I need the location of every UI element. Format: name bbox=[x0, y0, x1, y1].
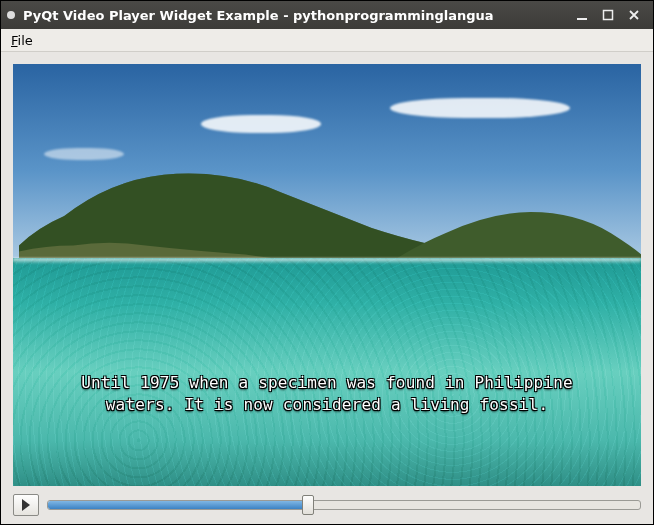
subtitle-text: Until 1975 when a specimen was found in … bbox=[81, 372, 573, 416]
svg-rect-0 bbox=[577, 18, 587, 20]
play-button[interactable] bbox=[13, 494, 39, 516]
video-frame: Until 1975 when a specimen was found in … bbox=[13, 64, 641, 486]
close-button[interactable] bbox=[621, 5, 647, 25]
slider-thumb[interactable] bbox=[302, 495, 314, 515]
window-title: PyQt Video Player Widget Example - pytho… bbox=[23, 8, 569, 23]
subtitle-line-1: Until 1975 when a specimen was found in … bbox=[81, 373, 573, 392]
scene-cloud bbox=[201, 115, 321, 133]
video-widget[interactable]: Until 1975 when a specimen was found in … bbox=[13, 64, 641, 486]
minimize-icon bbox=[576, 9, 588, 21]
menu-bar: File bbox=[1, 29, 653, 52]
menu-file[interactable]: File bbox=[5, 32, 39, 49]
maximize-button[interactable] bbox=[595, 5, 621, 25]
position-slider[interactable] bbox=[47, 495, 641, 515]
client-area: Until 1975 when a specimen was found in … bbox=[1, 52, 653, 524]
slider-track bbox=[47, 500, 641, 510]
play-icon bbox=[21, 499, 31, 511]
subtitle-line-2: waters. It is now considered a living fo… bbox=[106, 395, 548, 414]
window-controls bbox=[569, 5, 647, 25]
maximize-icon bbox=[602, 9, 614, 21]
app-window: PyQt Video Player Widget Example - pytho… bbox=[0, 0, 654, 525]
titlebar-status-dot bbox=[7, 11, 15, 19]
minimize-button[interactable] bbox=[569, 5, 595, 25]
scene-cloud bbox=[390, 98, 570, 118]
title-bar[interactable]: PyQt Video Player Widget Example - pytho… bbox=[1, 1, 653, 29]
controls-bar bbox=[13, 494, 641, 516]
slider-fill bbox=[48, 501, 308, 509]
menu-file-rest: ile bbox=[18, 33, 33, 48]
svg-rect-1 bbox=[604, 11, 613, 20]
close-icon bbox=[628, 9, 640, 21]
scene-shore-foam bbox=[13, 258, 641, 264]
